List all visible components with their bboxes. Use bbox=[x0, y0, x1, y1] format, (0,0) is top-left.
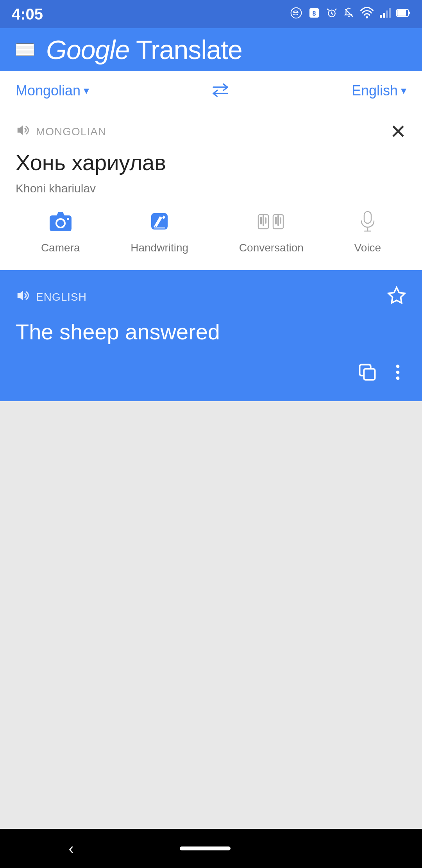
signal-icon bbox=[379, 7, 391, 22]
input-romanized: Khoni khariulav bbox=[16, 182, 406, 195]
swap-languages-button[interactable] bbox=[209, 81, 231, 100]
conversation-icon bbox=[257, 211, 285, 237]
spotify-icon bbox=[290, 7, 302, 22]
home-indicator[interactable] bbox=[180, 846, 231, 850]
svg-point-33 bbox=[396, 371, 400, 374]
svg-rect-7 bbox=[386, 10, 388, 18]
conversation-tool-button[interactable]: Conversation bbox=[239, 211, 304, 254]
svg-rect-21 bbox=[265, 217, 266, 224]
status-icons: 8 bbox=[290, 7, 410, 22]
translation-section: ENGLISH The sheep answered bbox=[0, 270, 422, 401]
svg-rect-19 bbox=[260, 217, 262, 224]
svg-rect-31 bbox=[364, 369, 375, 380]
camera-icon bbox=[49, 211, 72, 237]
translation-volume-icon[interactable] bbox=[16, 288, 30, 307]
target-language-arrow-icon: ▾ bbox=[401, 84, 406, 97]
input-tools: Camera Handwriting bbox=[16, 207, 406, 258]
voice-tool-button[interactable]: Voice bbox=[354, 211, 381, 254]
input-language-name: MONGOLIAN bbox=[36, 126, 106, 138]
input-volume-icon[interactable] bbox=[16, 123, 30, 141]
svg-rect-5 bbox=[380, 15, 382, 18]
svg-marker-30 bbox=[388, 287, 405, 303]
copy-translation-button[interactable] bbox=[357, 362, 377, 386]
empty-area bbox=[0, 401, 422, 829]
svg-marker-29 bbox=[18, 291, 23, 300]
handwriting-tool-button[interactable]: Handwriting bbox=[131, 211, 188, 254]
battery-icon bbox=[396, 7, 410, 21]
translation-text: The sheep answered bbox=[16, 318, 406, 346]
target-language-label: English bbox=[352, 82, 398, 99]
clear-input-button[interactable]: ✕ bbox=[390, 122, 406, 142]
status-bar: 4:05 8 bbox=[0, 0, 422, 28]
handwriting-label: Handwriting bbox=[131, 242, 188, 254]
google-word: Google bbox=[46, 35, 129, 65]
camera-tool-button[interactable]: Camera bbox=[41, 211, 80, 254]
svg-rect-20 bbox=[263, 215, 264, 226]
conversation-label: Conversation bbox=[239, 242, 304, 254]
translation-header: ENGLISH bbox=[16, 286, 406, 308]
notifications-off-icon bbox=[343, 7, 355, 22]
swap-arrows-icon bbox=[209, 81, 231, 100]
svg-rect-24 bbox=[277, 215, 279, 226]
translation-language-label: ENGLISH bbox=[16, 288, 87, 307]
app-title: Google Translate bbox=[46, 34, 242, 65]
translation-language-name: ENGLISH bbox=[36, 291, 87, 303]
status-time: 4:05 bbox=[12, 5, 43, 23]
source-language-arrow-icon: ▾ bbox=[84, 84, 89, 97]
svg-point-34 bbox=[396, 377, 400, 380]
svg-text:8: 8 bbox=[313, 10, 316, 16]
hamburger-menu-button[interactable] bbox=[16, 43, 34, 56]
svg-rect-15 bbox=[67, 218, 69, 220]
translate-word: Translate bbox=[129, 35, 242, 65]
back-button[interactable]: ‹ bbox=[68, 840, 73, 857]
hamburger-line bbox=[16, 54, 34, 55]
voice-icon bbox=[358, 211, 377, 237]
svg-rect-6 bbox=[383, 13, 385, 18]
media-icon: 8 bbox=[308, 7, 320, 22]
input-language-label: MONGOLIAN bbox=[16, 123, 106, 141]
favorite-button[interactable] bbox=[387, 286, 406, 308]
app-header: Google Translate bbox=[0, 28, 422, 71]
language-selector: Mongolian ▾ English ▾ bbox=[0, 71, 422, 110]
voice-label: Voice bbox=[354, 242, 381, 254]
svg-rect-8 bbox=[389, 8, 391, 18]
input-text[interactable]: Хонь хариулав bbox=[16, 149, 406, 176]
translation-actions bbox=[16, 362, 406, 386]
alarm-icon bbox=[326, 7, 338, 22]
navigation-bar: ‹ bbox=[0, 829, 422, 868]
svg-point-0 bbox=[291, 7, 302, 18]
wifi-icon bbox=[360, 7, 374, 22]
input-section: MONGOLIAN ✕ Хонь хариулав Khoni khariula… bbox=[0, 110, 422, 270]
svg-rect-10 bbox=[397, 10, 406, 16]
source-language-button[interactable]: Mongolian ▾ bbox=[16, 82, 89, 99]
hamburger-line bbox=[16, 49, 34, 50]
svg-point-32 bbox=[396, 364, 400, 368]
svg-rect-23 bbox=[275, 217, 277, 224]
hamburger-line bbox=[16, 44, 34, 46]
more-options-button[interactable] bbox=[389, 362, 406, 386]
svg-point-4 bbox=[366, 16, 368, 18]
input-header: MONGOLIAN ✕ bbox=[16, 122, 406, 142]
handwriting-icon bbox=[149, 211, 170, 237]
svg-marker-11 bbox=[18, 125, 23, 135]
source-language-label: Mongolian bbox=[16, 82, 80, 99]
target-language-button[interactable]: English ▾ bbox=[352, 82, 406, 99]
svg-point-14 bbox=[57, 220, 64, 227]
svg-rect-26 bbox=[364, 212, 371, 223]
svg-rect-25 bbox=[280, 217, 281, 224]
camera-label: Camera bbox=[41, 242, 80, 254]
